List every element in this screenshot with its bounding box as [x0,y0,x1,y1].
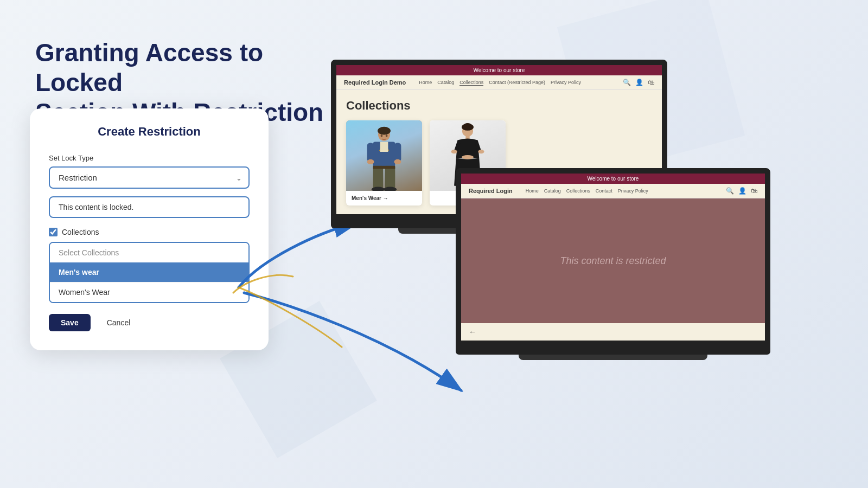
svg-point-22 [462,155,474,159]
nav2-privacy: Privacy Policy [618,188,648,194]
save-button[interactable]: Save [49,314,91,331]
collections-label: Collections [62,228,99,236]
collections-dropdown[interactable]: Select Collections Men's wear Women's We… [49,242,250,303]
laptop1-banner: Welcome to our store [336,65,662,75]
lock-type-select[interactable]: Restriction [49,166,250,189]
collections-placeholder: Select Collections [50,243,248,262]
svg-rect-9 [373,166,383,189]
mens-wear-image [346,120,422,191]
user-icon: 👤 [635,79,643,86]
laptop2-screen: Welcome to our store Required Login Home… [456,168,770,346]
svg-rect-6 [380,142,388,152]
nav-catalog: Catalog [437,80,454,86]
laptop1-nav-icons: 🔍 👤 🛍 [623,79,654,86]
laptop1-nav: Required Login Demo Home Catalog Collect… [336,75,662,90]
lock-type-select-wrapper[interactable]: Restriction ⌄ [49,166,250,189]
svg-point-20 [464,123,472,128]
svg-point-17 [386,134,388,137]
collections-checkbox-row[interactable]: Collections [49,228,250,236]
collection-item-womens-wear[interactable]: Women's Wear [50,282,248,302]
restricted-content-area: This content is restricted [461,198,765,323]
laptop2-base [456,346,770,355]
svg-point-16 [381,134,383,137]
back-arrow-icon: ← [469,328,476,336]
laptop2-brand: Required Login [469,188,513,194]
create-restriction-form: Create Restriction Set Lock Type Restric… [30,108,269,350]
restricted-message: This content is restricted [560,255,666,267]
mens-wear-illustration [346,120,422,191]
svg-rect-11 [373,166,395,169]
search-icon-2: 🔍 [726,187,734,195]
laptop2-nav-links: Home Catalog Collections Contact Privacy… [526,188,718,194]
laptop2-banner: Welcome to our store [461,174,765,184]
locked-message-input[interactable] [49,196,250,218]
cart-icon-2: 🛍 [751,187,757,195]
laptop1-brand: Required Login Demo [344,79,406,86]
nav2-contact: Contact [596,188,612,194]
collection-item-mens-wear[interactable]: Men's wear [50,262,248,282]
search-icon: 🔍 [623,79,631,86]
svg-point-14 [367,159,374,164]
cart-icon: 🛍 [648,79,654,86]
mens-wear-label: Men's Wear → [346,191,422,206]
laptop2-nav: Required Login Home Catalog Collections … [461,184,765,198]
nav-collections: Collections [459,80,483,86]
form-actions: Save Cancel [49,314,250,331]
cancel-button[interactable]: Cancel [97,314,141,331]
svg-point-23 [451,150,457,153]
collections-page-title: Collections [346,99,652,113]
laptop1-nav-links: Home Catalog Collections Contact (Restri… [419,80,615,86]
nav-privacy: Privacy Policy [551,80,581,86]
nav2-catalog: Catalog [544,188,561,194]
form-title: Create Restriction [49,125,250,139]
svg-point-24 [478,150,484,153]
nav2-home: Home [526,188,539,194]
restricted-footer: ← [461,323,765,341]
mens-wear-svg [362,126,406,191]
svg-point-3 [378,127,391,135]
svg-rect-8 [394,143,401,162]
svg-rect-10 [385,166,395,189]
collections-checkbox[interactable] [49,228,58,236]
lock-type-label: Set Lock Type [49,154,250,162]
mens-wear-card: Men's Wear → [346,120,422,206]
arrow-to-laptop2 [233,282,472,401]
svg-rect-7 [367,143,374,162]
nav-home: Home [419,80,432,86]
nav2-collections: Collections [566,188,590,194]
svg-point-15 [394,159,401,164]
user-icon-2: 👤 [738,187,746,195]
laptop-restricted: Welcome to our store Required Login Home… [456,168,770,360]
laptop2-nav-icons: 🔍 👤 🛍 [726,187,757,195]
nav-contact: Contact (Restricted Page) [489,80,545,86]
